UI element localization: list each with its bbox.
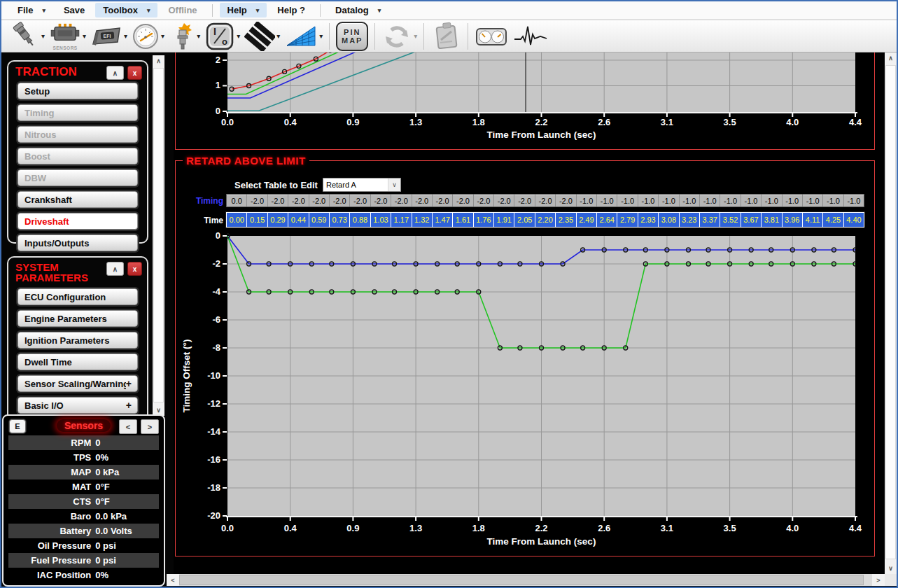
panel-close-button[interactable]: x [127, 262, 142, 276]
scrollbar-thumb[interactable] [153, 68, 164, 402]
timing-cell[interactable]: -2.0 [494, 195, 514, 206]
time-cell[interactable]: 0.59 [309, 213, 330, 227]
timing-cell[interactable]: -2.0 [453, 195, 473, 206]
spark-plug-button[interactable]: ▾ [169, 22, 200, 51]
table-select[interactable]: Retard A ∨ [323, 178, 401, 192]
vertical-scrollbar[interactable]: ∧ ∨ [885, 52, 897, 574]
panel-collapse-button[interactable]: ∧ [106, 66, 124, 80]
menu-datalog[interactable]: Datalog▾ [328, 3, 388, 18]
timing-cell[interactable]: -1.0 [597, 195, 617, 206]
time-cell[interactable]: 4.40 [844, 213, 864, 227]
menu-file[interactable]: File▾ [10, 3, 53, 18]
time-cell[interactable]: 1.91 [494, 213, 514, 227]
time-cell[interactable]: 3.67 [741, 213, 762, 227]
scrollbar-thumb[interactable] [179, 575, 864, 585]
menu-toolbox[interactable]: Toolbox▾ [95, 3, 157, 18]
time-cell[interactable]: 3.81 [762, 213, 782, 227]
time-cell[interactable]: 2.79 [617, 213, 638, 227]
timing-cell[interactable]: -2.0 [247, 195, 267, 206]
timing-cell[interactable]: -1.0 [823, 195, 843, 206]
timing-cell[interactable]: -2.0 [350, 195, 370, 206]
timing-cell[interactable]: -1.0 [659, 195, 679, 206]
timing-cell[interactable]: -1.0 [577, 195, 597, 206]
timing-cell[interactable]: -2.0 [433, 195, 453, 206]
scroll-up-button[interactable]: ∧ [885, 52, 897, 64]
timing-cell[interactable]: -2.0 [288, 195, 309, 206]
timing-cell[interactable]: -1.0 [720, 195, 741, 206]
scroll-left-button[interactable]: < [167, 574, 179, 586]
timing-cell[interactable]: -1.0 [844, 195, 864, 206]
panel-close-button[interactable]: x [127, 66, 142, 80]
dual-gauges-button[interactable] [475, 23, 508, 50]
gauge-button[interactable]: ▾ [132, 22, 164, 50]
timing-cell[interactable]: -1.0 [783, 195, 803, 206]
timing-cell[interactable]: -1.0 [617, 195, 638, 206]
timing-cell[interactable]: -2.0 [268, 195, 288, 206]
sidebar-button-sensor-scaling-warnings[interactable]: Sensor Scaling/Warnings+ [17, 375, 138, 392]
sidebar-button-driveshaft[interactable]: Driveshaft [17, 213, 138, 230]
sidebar-button-crankshaft[interactable]: Crankshaft [17, 191, 138, 208]
time-cell[interactable]: 0.00 [227, 213, 247, 227]
timing-cell[interactable]: -2.0 [412, 195, 433, 206]
menu-help[interactable]: Help▾ [220, 3, 267, 18]
scroll-right-button[interactable]: > [872, 574, 885, 586]
sidebar-button-basic-i-o[interactable]: Basic I/O+ [17, 397, 138, 414]
timing-cell[interactable]: -2.0 [309, 195, 330, 206]
panel-collapse-button[interactable]: ∧ [106, 262, 124, 276]
time-cell[interactable]: 2.64 [597, 213, 617, 227]
time-cell[interactable]: 2.93 [638, 213, 659, 227]
timing-cell[interactable]: -1.0 [803, 195, 823, 206]
sensors-module-button[interactable]: SENSORS ▾ [49, 22, 86, 50]
scroll-up-button[interactable]: ∧ [153, 55, 164, 66]
traction-stripe-button[interactable]: ▾ [244, 22, 280, 51]
menu-help[interactable]: Help ? [269, 3, 313, 18]
sidebar-button-setup[interactable]: Setup [17, 83, 138, 99]
time-cell[interactable]: 1.61 [453, 213, 473, 227]
sensors-prev-button[interactable]: < [119, 419, 137, 434]
timing-cell[interactable]: -1.0 [762, 195, 782, 206]
timing-cell[interactable]: -2.0 [474, 195, 494, 206]
time-cell[interactable]: 0.29 [268, 213, 288, 227]
edit-button[interactable]: E [9, 419, 26, 433]
timing-cell[interactable]: -2.0 [330, 195, 350, 206]
sidebar-button-dwell-time[interactable]: Dwell Time [17, 354, 138, 370]
pin-map-button[interactable]: PIN MAP [336, 22, 368, 51]
time-cell[interactable]: 3.96 [783, 213, 803, 227]
sensors-next-button[interactable]: > [141, 419, 159, 434]
horizontal-scrollbar[interactable]: < > [167, 574, 885, 586]
sidebar-button-inputs-outputs[interactable]: Inputs/Outputs [17, 234, 138, 251]
time-cell[interactable]: 1.32 [412, 213, 433, 227]
timing-cell[interactable]: -1.0 [741, 195, 762, 206]
timing-cell[interactable]: -1.0 [638, 195, 659, 206]
chevron-down-icon[interactable]: ∨ [388, 178, 400, 191]
time-cell[interactable]: 1.76 [474, 213, 494, 227]
scrollbar-thumb[interactable] [885, 65, 896, 559]
time-cell[interactable]: 2.35 [556, 213, 576, 227]
retard-chart[interactable]: 0.00.40.91.31.82.22.63.13.54.04.40-2-4-6… [178, 230, 873, 553]
efi-module-button[interactable]: EFI ▾ [90, 23, 127, 50]
timing-cell[interactable]: -2.0 [514, 195, 535, 206]
timing-cell[interactable]: 0.0 [227, 195, 247, 206]
menu-save[interactable]: Save [56, 3, 92, 18]
time-cell[interactable]: 0.88 [350, 213, 370, 227]
io-button[interactable]: I o ▾ [204, 22, 240, 51]
timing-cell[interactable]: -1.0 [680, 195, 700, 206]
time-cell[interactable]: 0.15 [247, 213, 267, 227]
sidebar-button-engine-parameters[interactable]: Engine Parameters [17, 310, 138, 327]
datalog-waveform-button[interactable] [512, 22, 549, 50]
time-cell[interactable]: 0.44 [288, 213, 309, 227]
timing-cell[interactable]: -2.0 [371, 195, 391, 206]
fuel-map-cone-button[interactable]: ▾ [284, 22, 323, 50]
time-cell[interactable]: 1.03 [371, 213, 391, 227]
time-cell[interactable]: 3.52 [720, 213, 741, 227]
timing-cell[interactable]: -2.0 [391, 195, 412, 206]
timing-cell[interactable]: -2.0 [535, 195, 556, 206]
time-cell[interactable]: 4.11 [803, 213, 823, 227]
scroll-down-button[interactable]: ∨ [885, 563, 897, 574]
time-cell[interactable]: 1.47 [433, 213, 453, 227]
sidebar-scrollbar[interactable]: ∧ ∨ [153, 55, 164, 416]
time-cell[interactable]: 4.25 [823, 213, 843, 227]
time-cell[interactable]: 3.08 [659, 213, 679, 227]
timing-cell[interactable]: -1.0 [700, 195, 720, 206]
time-cell[interactable]: 2.05 [514, 213, 535, 227]
